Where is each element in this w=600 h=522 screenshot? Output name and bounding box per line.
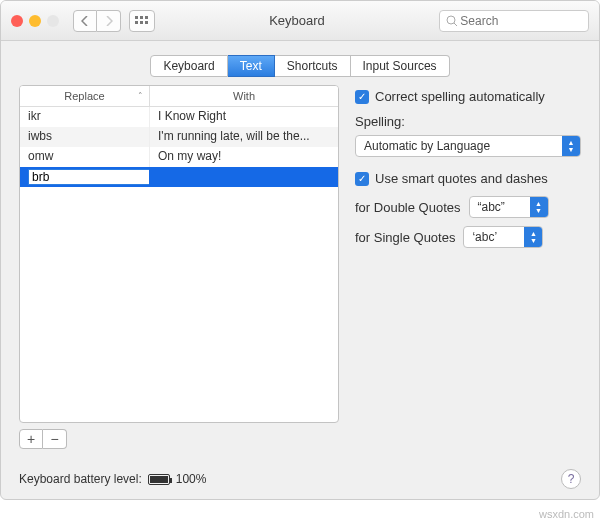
svg-rect-4 bbox=[140, 21, 143, 24]
remove-button[interactable]: − bbox=[43, 429, 67, 449]
replacements-table: Replace ˄ With ikrI Know RightiwbsI'm ru… bbox=[19, 85, 339, 423]
add-remove-group: + − bbox=[19, 429, 339, 449]
tab-keyboard[interactable]: Keyboard bbox=[150, 55, 227, 77]
single-quotes-select[interactable]: ‘abc’ ▲▼ bbox=[463, 226, 543, 248]
search-field[interactable] bbox=[439, 10, 589, 32]
single-quotes-label: for Single Quotes bbox=[355, 230, 455, 245]
spelling-value: Automatic by Language bbox=[364, 139, 490, 153]
table-header: Replace ˄ With bbox=[20, 86, 338, 107]
battery-icon bbox=[148, 474, 170, 485]
minimize-icon[interactable] bbox=[29, 15, 41, 27]
svg-line-7 bbox=[454, 23, 457, 26]
sort-caret-icon: ˄ bbox=[138, 91, 143, 101]
tab-bar: KeyboardTextShortcutsInput Sources bbox=[1, 41, 599, 85]
table-row[interactable]: omwOn my way! bbox=[20, 147, 338, 167]
titlebar: Keyboard bbox=[1, 1, 599, 41]
footer: Keyboard battery level: 100% ? bbox=[1, 461, 599, 499]
tab-input-sources[interactable]: Input Sources bbox=[351, 55, 450, 77]
search-input[interactable] bbox=[460, 14, 582, 28]
spelling-select[interactable]: Automatic by Language ▲▼ bbox=[355, 135, 581, 157]
table-row[interactable]: ikrI Know Right bbox=[20, 107, 338, 127]
watermark: wsxdn.com bbox=[539, 508, 594, 520]
tab-text[interactable]: Text bbox=[228, 55, 275, 77]
tab-shortcuts[interactable]: Shortcuts bbox=[275, 55, 351, 77]
smart-quotes-row[interactable]: ✓ Use smart quotes and dashes bbox=[355, 171, 581, 186]
table-body[interactable]: ikrI Know RightiwbsI'm running late, wil… bbox=[20, 107, 338, 422]
prefs-window: Keyboard KeyboardTextShortcutsInput Sour… bbox=[0, 0, 600, 500]
content-area: Replace ˄ With ikrI Know RightiwbsI'm ru… bbox=[1, 85, 599, 461]
double-quotes-select[interactable]: “abc” ▲▼ bbox=[469, 196, 549, 218]
correct-spelling-row[interactable]: ✓ Correct spelling automatically bbox=[355, 89, 581, 104]
select-arrows-icon: ▲▼ bbox=[524, 226, 542, 248]
back-button[interactable] bbox=[73, 10, 97, 32]
smart-quotes-label: Use smart quotes and dashes bbox=[375, 171, 548, 186]
close-icon[interactable] bbox=[11, 15, 23, 27]
battery-status: Keyboard battery level: 100% bbox=[19, 472, 206, 486]
battery-label: Keyboard battery level: bbox=[19, 472, 142, 486]
svg-rect-2 bbox=[145, 16, 148, 19]
col-replace-header[interactable]: Replace ˄ bbox=[20, 86, 150, 106]
table-row[interactable]: iwbsI'm running late, will be the... bbox=[20, 127, 338, 147]
double-quotes-value: “abc” bbox=[478, 200, 505, 214]
window-title: Keyboard bbox=[163, 13, 431, 28]
select-arrows-icon: ▲▼ bbox=[530, 196, 548, 218]
double-quotes-label: for Double Quotes bbox=[355, 200, 461, 215]
forward-button[interactable] bbox=[97, 10, 121, 32]
svg-rect-3 bbox=[135, 21, 138, 24]
col-with-header[interactable]: With bbox=[150, 86, 338, 106]
select-arrows-icon: ▲▼ bbox=[562, 135, 580, 157]
svg-rect-1 bbox=[140, 16, 143, 19]
svg-rect-5 bbox=[145, 21, 148, 24]
replace-edit-input[interactable] bbox=[28, 169, 150, 185]
checkbox-checked-icon[interactable]: ✓ bbox=[355, 172, 369, 186]
checkbox-checked-icon[interactable]: ✓ bbox=[355, 90, 369, 104]
single-quotes-value: ‘abc’ bbox=[472, 230, 497, 244]
table-row[interactable] bbox=[20, 167, 338, 187]
nav-buttons bbox=[73, 10, 121, 32]
options-panel: ✓ Correct spelling automatically Spellin… bbox=[355, 85, 581, 449]
correct-spelling-label: Correct spelling automatically bbox=[375, 89, 545, 104]
svg-rect-0 bbox=[135, 16, 138, 19]
svg-point-6 bbox=[447, 16, 455, 24]
add-button[interactable]: + bbox=[19, 429, 43, 449]
spelling-label: Spelling: bbox=[355, 114, 581, 129]
help-button[interactable]: ? bbox=[561, 469, 581, 489]
search-icon bbox=[446, 15, 457, 27]
replacements-panel: Replace ˄ With ikrI Know RightiwbsI'm ru… bbox=[19, 85, 339, 449]
show-all-button[interactable] bbox=[129, 10, 155, 32]
zoom-icon bbox=[47, 15, 59, 27]
battery-percent: 100% bbox=[176, 472, 207, 486]
window-controls bbox=[11, 15, 59, 27]
